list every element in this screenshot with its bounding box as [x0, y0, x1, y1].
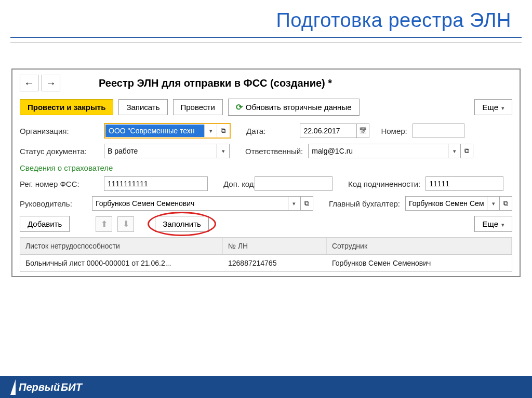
write-button[interactable]: Записать — [118, 99, 167, 115]
refresh-icon: ⟳ — [236, 102, 243, 112]
number-input[interactable] — [413, 123, 464, 138]
row-reg: Рег. номер ФСС: Доп. код: Код подчиненно… — [20, 176, 512, 191]
head-field-wrap — [92, 196, 313, 211]
head-dropdown-button[interactable] — [288, 196, 301, 211]
date-field-wrap — [300, 123, 369, 138]
window-title: Реестр ЭЛН для отправки в ФСС (создание)… — [99, 77, 332, 89]
head-input[interactable] — [92, 196, 288, 211]
toolbar: Провести и закрыть Записать Провести ⟳ О… — [20, 99, 512, 116]
reg-label: Рег. номер ФСС: — [20, 180, 99, 188]
brand-part2: БИТ — [61, 381, 82, 393]
post-button[interactable]: Провести — [173, 99, 223, 115]
chevron-down-icon — [501, 219, 504, 228]
status-dropdown-button[interactable] — [217, 144, 230, 158]
refresh-button[interactable]: ⟳ Обновить вторичные данные — [228, 99, 360, 116]
resp-dropdown-button[interactable] — [448, 144, 461, 158]
org-dropdown-button[interactable] — [204, 125, 217, 137]
row-status: Статус документа: Ответственный: — [20, 144, 512, 158]
acct-dropdown-button[interactable] — [487, 196, 500, 211]
table: Листок нетрудоспособности № ЛН Сотрудник… — [20, 237, 512, 272]
acct-open-button[interactable] — [500, 196, 512, 211]
more-button[interactable]: Еще — [474, 99, 512, 115]
date-input[interactable] — [300, 123, 357, 138]
table-head: Листок нетрудоспособности № ЛН Сотрудник — [20, 238, 512, 255]
nav-back-button[interactable]: ← — [20, 75, 38, 91]
org-label: Организация: — [20, 127, 99, 135]
footer-logo: ПервыйБИТ — [10, 379, 82, 395]
move-up-button[interactable]: ⬆ — [96, 216, 112, 232]
section-insurer-title: Сведения о страхователе — [20, 163, 512, 172]
nav-forward-button[interactable]: → — [42, 75, 60, 91]
list-more-label: Еще — [482, 219, 498, 228]
acct-input[interactable] — [405, 196, 487, 211]
date-label: Дата: — [246, 127, 265, 135]
td-number: 126887214765 — [223, 255, 327, 271]
move-down-button[interactable]: ⬇ — [117, 216, 134, 232]
head-label: Руководитель: — [20, 199, 87, 208]
list-toolbar: Добавить ⬆ ⬇ Заполнить Еще — [20, 216, 512, 232]
resp-field-wrap — [308, 144, 473, 158]
thin-line — [10, 42, 522, 43]
add-button[interactable]: Добавить — [20, 216, 70, 232]
th-number: № ЛН — [223, 238, 327, 254]
number-label: Номер: — [381, 127, 407, 135]
list-more-button[interactable]: Еще — [474, 216, 512, 232]
dop-label: Доп. код: — [223, 180, 249, 188]
sub-label: Код подчиненности: — [348, 180, 420, 188]
refresh-label: Обновить вторичные данные — [246, 103, 352, 112]
dop-input[interactable] — [255, 176, 332, 191]
post-and-close-button[interactable]: Провести и закрыть — [20, 99, 113, 115]
th-sheet: Листок нетрудоспособности — [20, 238, 223, 254]
fill-highlight: Заполнить — [155, 216, 209, 232]
reg-input[interactable] — [104, 176, 208, 191]
org-input[interactable] — [105, 125, 204, 137]
chevron-down-icon — [501, 103, 504, 112]
row-org: Организация: Дата: Номер: — [20, 123, 512, 139]
td-employee: Горбунков Семен Семенович — [327, 255, 512, 271]
calendar-icon[interactable] — [357, 123, 369, 138]
nav-row: ← → Реестр ЭЛН для отправки в ФСС (созда… — [20, 75, 512, 91]
resp-input[interactable] — [308, 144, 448, 158]
row-head: Руководитель: Главный бухгалтер: — [20, 196, 512, 211]
resp-open-button[interactable] — [461, 144, 473, 158]
fill-button[interactable]: Заполнить — [155, 216, 209, 232]
title-underline — [10, 37, 522, 38]
org-field-wrap — [104, 123, 231, 139]
org-open-button[interactable] — [217, 125, 229, 137]
more-label: Еще — [482, 103, 498, 112]
th-employee: Сотрудник — [327, 238, 512, 254]
status-label: Статус документа: — [20, 147, 99, 156]
resp-label: Ответственный: — [245, 147, 303, 156]
slide-title: Подготовка реестра ЭЛН — [0, 0, 532, 37]
brand-part1: Первый — [19, 381, 60, 393]
status-input[interactable] — [104, 144, 217, 158]
app-window: ← → Реестр ЭЛН для отправки в ФСС (созда… — [11, 68, 521, 277]
logo-icon — [10, 379, 16, 395]
head-open-button[interactable] — [301, 196, 313, 211]
acct-label: Главный бухгалтер: — [329, 199, 400, 208]
td-sheet: Больничный лист 0000-000001 от 21.06.2..… — [20, 255, 223, 271]
sub-input[interactable] — [425, 176, 503, 191]
acct-field-wrap — [405, 196, 512, 211]
table-row[interactable]: Больничный лист 0000-000001 от 21.06.2..… — [20, 255, 512, 271]
status-field-wrap — [104, 144, 230, 158]
footer-bar: ПервыйБИТ — [0, 376, 532, 398]
